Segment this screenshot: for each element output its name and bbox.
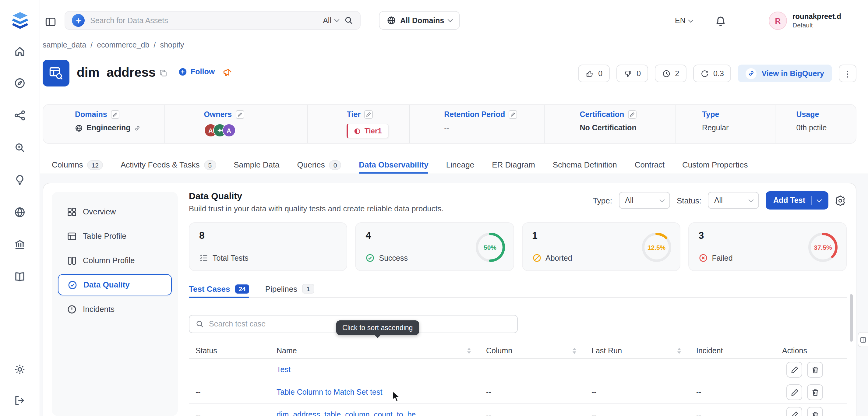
test-case-link[interactable]: Table Column to Match Set test [277, 388, 382, 396]
tab-columns[interactable]: Columns12 [52, 156, 103, 173]
search-icon[interactable] [344, 16, 353, 25]
edit-owners-icon[interactable] [236, 110, 244, 119]
domains-value[interactable]: Engineering [87, 124, 130, 132]
edit-test-icon[interactable] [786, 407, 802, 416]
views-button[interactable]: 2 [655, 65, 686, 82]
thumbs-down-icon [624, 69, 632, 78]
header-name[interactable]: Name [270, 342, 479, 359]
header-last-run[interactable]: Last Run [585, 342, 689, 359]
cell-actions [775, 407, 847, 416]
metadata-panel: Domains Engineering Owners A A Tier [43, 104, 857, 144]
checklist-icon [199, 253, 208, 262]
breadcrumb-item[interactable]: shopify [160, 41, 184, 49]
tab-test-cases[interactable]: Test Cases 24 [189, 281, 249, 297]
owner-avatar[interactable]: A [222, 124, 236, 137]
tab-sample-data[interactable]: Sample Data [234, 156, 279, 173]
delete-test-icon[interactable] [807, 407, 823, 416]
edit-test-icon[interactable] [786, 362, 802, 378]
announcement-icon[interactable] [222, 67, 233, 77]
chevron-down-icon [688, 18, 693, 23]
test-case-link[interactable]: dim_address_table_column_count_to_be [277, 411, 416, 416]
tab-contract[interactable]: Contract [635, 156, 664, 173]
delete-test-icon[interactable] [807, 362, 823, 378]
tab-schema-definition[interactable]: Schema Definition [553, 156, 617, 173]
failed-x-icon [699, 253, 708, 262]
test-case-link[interactable]: Test [277, 365, 290, 374]
sidebar-toggle-icon[interactable] [45, 16, 57, 28]
domains-globe-icon[interactable] [14, 206, 26, 218]
tab-pipelines[interactable]: Pipelines 1 [265, 281, 314, 297]
subnav-table-profile[interactable]: Table Profile [58, 225, 172, 247]
subnav-incidents[interactable]: Incidents [58, 298, 172, 320]
edit-certification-icon[interactable] [628, 110, 636, 119]
downvote-button[interactable]: 0 [616, 65, 648, 82]
edit-tier-icon[interactable] [364, 110, 373, 119]
owner-avatars[interactable]: A A [204, 124, 307, 137]
app-window: Search for Data Assets All All Domains E… [0, 0, 868, 416]
subnav-data-quality[interactable]: Data Quality [58, 274, 172, 295]
lineage-graph-icon[interactable] [14, 109, 26, 121]
tier-chip[interactable]: Tier1 [347, 124, 389, 138]
status-filter-select[interactable]: All [708, 192, 759, 209]
governance-bank-icon[interactable] [14, 238, 26, 250]
cell-incident: -- [689, 411, 775, 416]
tab-lineage[interactable]: Lineage [446, 156, 474, 173]
tab-er-diagram[interactable]: ER Diagram [492, 156, 535, 173]
discovery-search-icon[interactable] [14, 141, 26, 154]
downvote-count: 0 [637, 69, 641, 78]
upvote-button[interactable]: 0 [578, 65, 610, 82]
edit-test-icon[interactable] [786, 384, 802, 400]
explore-compass-icon[interactable] [14, 77, 26, 89]
glossary-book-icon[interactable] [14, 270, 26, 283]
notifications-bell-icon[interactable] [715, 16, 726, 27]
test-case-search-placeholder: Search test case [209, 320, 266, 328]
success-check-icon [366, 253, 375, 262]
tab-data-observability[interactable]: Data Observability [359, 156, 428, 173]
view-in-bigquery-button[interactable]: View in BigQuery [738, 65, 832, 82]
edit-retention-icon[interactable] [508, 110, 517, 119]
cell-name: Test [270, 365, 479, 374]
meta-usage: Usage 0th pctile [775, 105, 856, 143]
header-column[interactable]: Column [479, 342, 585, 359]
follow-button[interactable]: Follow [179, 68, 215, 76]
more-options-kebab-icon[interactable]: ⋮ [839, 65, 857, 82]
app-logo-icon[interactable] [9, 9, 31, 31]
delete-test-icon[interactable] [807, 384, 823, 400]
total-tests-card: 8 Total Tests [189, 222, 347, 271]
data-quality-heading: Data Quality [189, 191, 242, 201]
global-search-input[interactable]: Search for Data Assets All [65, 11, 361, 30]
type-filter-label: Type: [593, 196, 612, 205]
table-header-row: Status Name Column Last Run Incident Act… [189, 342, 847, 359]
breadcrumb-item[interactable]: sample_data [43, 41, 86, 49]
home-icon[interactable] [14, 44, 26, 57]
vertical-scrollbar-thumb[interactable] [850, 294, 853, 342]
tab-custom-properties[interactable]: Custom Properties [682, 156, 748, 173]
domain-selector[interactable]: All Domains [379, 11, 460, 30]
copy-icon[interactable] [159, 69, 167, 77]
search-scope-dropdown[interactable]: All [323, 16, 339, 25]
quality-settings-gear-icon[interactable] [835, 195, 845, 205]
logout-icon[interactable] [14, 394, 26, 406]
right-panel-handle[interactable] [858, 332, 868, 347]
user-menu[interactable]: R rounakpreet.d Default [769, 11, 868, 30]
add-test-button[interactable]: Add Test [766, 191, 828, 210]
settings-gear-icon[interactable] [14, 363, 26, 375]
breadcrumb-item[interactable]: ecommerce_db [97, 41, 149, 49]
subnav-column-profile[interactable]: Column Profile [58, 250, 172, 271]
tier-value: Tier1 [365, 127, 382, 135]
subnav-overview[interactable]: Overview [58, 201, 172, 222]
edit-domains-icon[interactable] [111, 110, 119, 119]
search-scope-value: All [323, 16, 331, 25]
certification-value: No Certification [580, 124, 676, 132]
version-button[interactable]: 0.3 [693, 65, 731, 82]
type-filter-select[interactable]: All [619, 192, 670, 209]
test-cases-table: Status Name Column Last Run Incident Act… [189, 342, 847, 416]
tab-activity-feeds[interactable]: Activity Feeds & Tasks5 [121, 156, 216, 173]
language-selector[interactable]: EN [675, 12, 693, 29]
breadcrumb-separator: / [90, 41, 93, 49]
tab-queries[interactable]: Queries0 [297, 156, 341, 173]
insights-icon[interactable] [14, 173, 26, 186]
left-rail [0, 0, 40, 416]
cell-actions [775, 362, 847, 378]
cell-column: -- [479, 411, 585, 416]
